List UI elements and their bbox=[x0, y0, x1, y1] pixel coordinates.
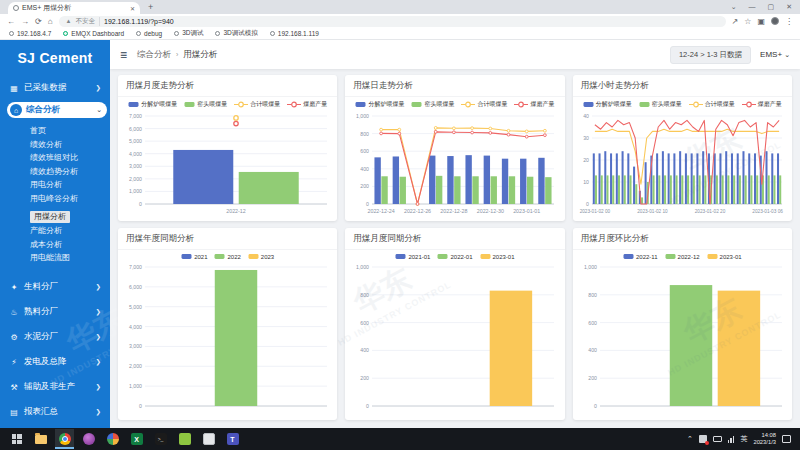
legend-item[interactable]: 窑头喂煤量 bbox=[411, 100, 454, 109]
legend-item[interactable]: 2021 bbox=[181, 253, 207, 260]
svg-text:2022-12-26: 2022-12-26 bbox=[404, 208, 431, 214]
legend-item[interactable]: 分解炉喂煤量 bbox=[128, 100, 177, 109]
profile-avatar[interactable] bbox=[771, 17, 779, 25]
profile-chevron-icon[interactable]: ⌄ bbox=[731, 3, 737, 11]
sidebar-subitem-peak-valley[interactable]: 用电峰谷分析 bbox=[30, 192, 110, 206]
bookmark-star-icon[interactable]: ☆ bbox=[744, 17, 751, 26]
legend-item[interactable]: 2021-01 bbox=[395, 253, 430, 260]
tab-close-icon[interactable]: ✕ bbox=[130, 5, 135, 12]
sidebar-subitem-performance-trend[interactable]: 绩效趋势分析 bbox=[30, 165, 110, 179]
svg-text:10: 10 bbox=[583, 179, 589, 185]
bookmark-item[interactable]: 192.168.4.7 bbox=[9, 30, 51, 37]
network-icon[interactable] bbox=[728, 436, 735, 443]
chart-legend: 分解炉喂煤量窑头喂煤量合计喂煤量煤磨产量 bbox=[345, 97, 564, 109]
display-icon[interactable] bbox=[713, 436, 722, 442]
sidebar-subitem-power-analysis[interactable]: 用电分析 bbox=[30, 178, 110, 192]
sidebar-group-reports[interactable]: ▤ 报表汇总 ❯ bbox=[0, 400, 110, 425]
sidebar-subitem-home[interactable]: 首页 bbox=[30, 124, 110, 138]
bookmark-item[interactable]: 192.168.1.119 bbox=[270, 30, 319, 37]
bookmark-item[interactable]: EMQX Dashboard bbox=[63, 30, 124, 37]
pinwheel-app-icon bbox=[107, 433, 119, 445]
hamburger-icon[interactable]: ≡ bbox=[120, 48, 127, 62]
minimize-button[interactable]: — bbox=[749, 3, 756, 11]
legend-item[interactable]: 窑头喂煤量 bbox=[184, 100, 227, 109]
teams-button[interactable]: T bbox=[223, 429, 242, 449]
card-title: 用煤月度同期分析 bbox=[345, 228, 564, 250]
sidebar-subitem-capacity[interactable]: 产能分析 bbox=[30, 224, 110, 238]
date-range-button[interactable]: 12-24 > 1-3 日数据 bbox=[670, 46, 751, 64]
sidebar-subitem-cost[interactable]: 成本分析 bbox=[30, 238, 110, 252]
maximize-button[interactable]: ▢ bbox=[768, 3, 775, 11]
editor-button[interactable] bbox=[175, 429, 194, 449]
address-bar[interactable]: ▲ 不安全 192.168.1.119/?p=940 bbox=[59, 16, 726, 27]
legend-item[interactable]: 合计喂煤量 bbox=[234, 100, 280, 109]
sidebar-group-clinker[interactable]: ♨ 熟料分厂 ❯ bbox=[0, 300, 110, 325]
forward-icon[interactable]: → bbox=[21, 17, 29, 26]
sidebar-subitem-performance[interactable]: 绩效分析 bbox=[30, 138, 110, 152]
app-pinwheel-button[interactable] bbox=[103, 429, 122, 449]
card-coal-hourly-trend: 用煤小时走势分析 分解炉喂煤量窑头喂煤量合计喂煤量煤磨产量 0102030402… bbox=[573, 75, 792, 221]
share-icon[interactable]: ↗ bbox=[732, 17, 739, 26]
svg-text:0: 0 bbox=[367, 403, 370, 409]
legend-item[interactable]: 2022-01 bbox=[437, 253, 472, 260]
legend-item[interactable]: 合计喂煤量 bbox=[689, 100, 735, 109]
reload-icon[interactable]: ⟳ bbox=[35, 17, 42, 26]
sidebar-subitem-energy-flow[interactable]: 用电能流图 bbox=[30, 251, 110, 265]
legend-item[interactable]: 煤磨产量 bbox=[514, 100, 554, 109]
tray-expand-icon[interactable]: ⌃ bbox=[687, 435, 693, 443]
chrome-button[interactable] bbox=[55, 429, 74, 449]
legend-item[interactable]: 合计喂煤量 bbox=[461, 100, 507, 109]
tray-app-badge-icon[interactable] bbox=[699, 435, 707, 443]
bookmarks-bar: 192.168.4.7 EMQX Dashboard debug 3D调试 3D… bbox=[0, 28, 800, 40]
sidebar-group-power-gen[interactable]: ⚡ 发电及总降 ❯ bbox=[0, 350, 110, 375]
start-button[interactable] bbox=[7, 429, 26, 449]
browser-tab[interactable]: EMS+ 用煤分析 ✕ bbox=[8, 2, 140, 14]
legend-item[interactable]: 煤磨产量 bbox=[287, 100, 327, 109]
sidebar-subitem-coal-analysis[interactable]: 用煤分析 bbox=[30, 211, 70, 223]
chevron-down-icon: ⌄ bbox=[96, 106, 102, 114]
close-button[interactable]: ✕ bbox=[786, 3, 792, 11]
excel-button[interactable]: X bbox=[127, 429, 146, 449]
chevron-right-icon: ❯ bbox=[96, 408, 101, 416]
ime-indicator[interactable]: 英 bbox=[740, 434, 747, 444]
card-coal-monthly-compare: 用煤月度同期分析 2021-012022-012023-01 020040060… bbox=[345, 228, 564, 420]
sidebar-item-comprehensive-analysis[interactable]: ⌂ 综合分析 ⌄ bbox=[7, 102, 107, 118]
svg-text:20: 20 bbox=[583, 157, 589, 163]
legend-item[interactable]: 窑头喂煤量 bbox=[639, 100, 682, 109]
back-icon[interactable]: ← bbox=[7, 17, 15, 26]
legend-item[interactable]: 分解炉喂煤量 bbox=[355, 100, 404, 109]
svg-text:4,000: 4,000 bbox=[129, 151, 142, 157]
bookmark-item[interactable]: debug bbox=[136, 30, 162, 37]
legend-item[interactable]: 2022 bbox=[214, 253, 240, 260]
ems-dropdown[interactable]: EMS+ ⌄ bbox=[760, 50, 790, 59]
notification-center-icon[interactable] bbox=[782, 435, 791, 443]
bookmark-item[interactable]: 3D调试模拟 bbox=[215, 29, 257, 38]
terminal-button[interactable]: >_ bbox=[151, 429, 170, 449]
legend-item[interactable]: 分解炉喂煤量 bbox=[583, 100, 632, 109]
sidebar-item-collected-data[interactable]: ▦ 已采集数据 ❯ bbox=[0, 77, 110, 99]
svg-text:5,000: 5,000 bbox=[129, 304, 142, 310]
svg-text:800: 800 bbox=[361, 131, 370, 137]
sidebar-group-raw-mill[interactable]: ✦ 生料分厂 ❯ bbox=[0, 275, 110, 300]
legend-item[interactable]: 2022-12 bbox=[665, 253, 700, 260]
legend-item[interactable]: 2023 bbox=[248, 253, 274, 260]
sidebar-group-cement[interactable]: ⚙ 水泥分厂 ❯ bbox=[0, 325, 110, 350]
side-panel-icon[interactable]: ▣ bbox=[757, 17, 765, 26]
home-icon[interactable]: ⌂ bbox=[48, 17, 53, 26]
app-white-button[interactable] bbox=[199, 429, 218, 449]
svg-text:30: 30 bbox=[583, 135, 589, 141]
legend-item[interactable]: 煤磨产量 bbox=[742, 100, 782, 109]
sidebar-subitem-team-compare[interactable]: 绩效班组对比 bbox=[30, 151, 110, 165]
legend-item[interactable]: 2022-11 bbox=[623, 253, 658, 260]
auxiliary-icon: ⚒ bbox=[9, 383, 19, 392]
taskbar-clock[interactable]: 14:08 2023/1/3 bbox=[753, 432, 776, 446]
browser-menu-icon[interactable]: ⋮ bbox=[785, 17, 793, 26]
bookmark-item[interactable]: 3D调试 bbox=[174, 29, 203, 38]
file-explorer-button[interactable] bbox=[31, 429, 50, 449]
new-tab-button[interactable]: + bbox=[148, 2, 153, 12]
legend-item[interactable]: 2023-01 bbox=[480, 253, 515, 260]
sidebar-group-auxiliary[interactable]: ⚒ 辅助及非生产 ❯ bbox=[0, 375, 110, 400]
legend-item[interactable]: 2023-01 bbox=[707, 253, 742, 260]
legend-label: 分解炉喂煤量 bbox=[368, 100, 404, 109]
app-purple-button[interactable] bbox=[79, 429, 98, 449]
